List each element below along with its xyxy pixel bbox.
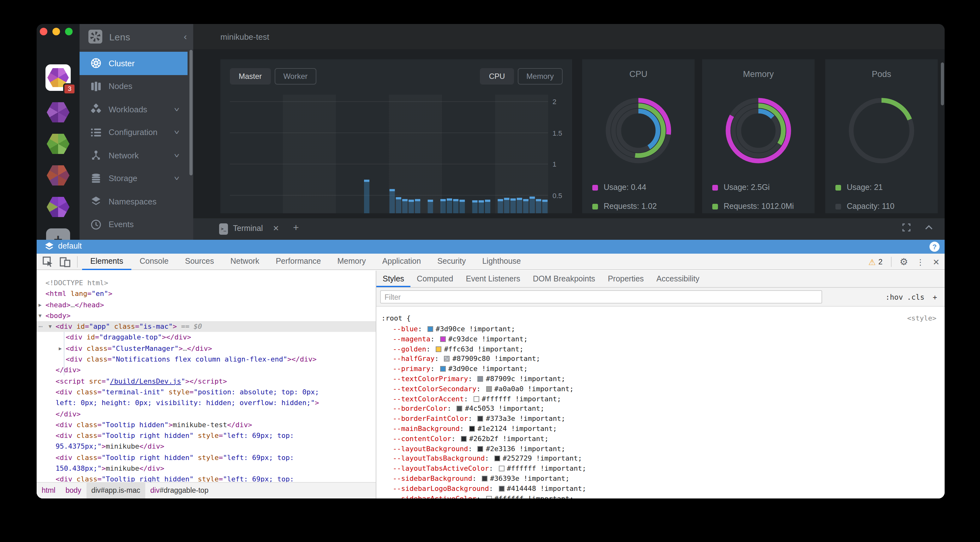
chevron-down-icon[interactable]: ˅	[174, 175, 180, 182]
css-property[interactable]: --golden: #ffc63d !important;	[376, 344, 945, 354]
devtools-tab-elements[interactable]: Elements	[82, 254, 131, 270]
warnings-badge[interactable]: ⚠2	[869, 257, 883, 266]
dom-tree-node[interactable]: 150.438px;">minikube</div>	[37, 463, 376, 474]
dom-tree-node[interactable]: left: 0px; height: 0px; visibility: hidd…	[37, 398, 376, 409]
dom-tree-node[interactable]: <div class="Notifications flex column al…	[37, 354, 376, 365]
styles-tab-event-listeners[interactable]: Event Listeners	[460, 271, 526, 287]
tab-minikube-test[interactable]: minikube-test	[220, 32, 269, 42]
styles-filter-input[interactable]	[380, 290, 822, 303]
css-property[interactable]: --blue: #3d90ce !important;	[376, 324, 945, 334]
styles-tab-properties[interactable]: Properties	[601, 271, 650, 287]
css-property[interactable]: --textColorPrimary: #87909c !important;	[376, 374, 945, 384]
css-property[interactable]: --halfGray: #87909c80 !important;	[376, 354, 945, 365]
dom-tree-node[interactable]: ▶<div class="ClusterManager">…</div>	[37, 343, 376, 354]
css-property[interactable]: --layoutTabsActiveColor: #ffffff !import…	[376, 464, 945, 474]
metric-toggle-memory[interactable]: Memory	[517, 68, 563, 84]
content-scrollbar[interactable]	[941, 62, 944, 105]
cluster-rail-item[interactable]	[47, 197, 70, 217]
color-swatch[interactable]	[440, 366, 446, 372]
css-property[interactable]: --magenta: #c93dce !important;	[376, 334, 945, 344]
collapse-dock-icon[interactable]	[924, 225, 933, 230]
namespace-label[interactable]: default	[58, 242, 82, 250]
dom-tree-node[interactable]: <div class="Tooltip right hidden" style=…	[37, 452, 376, 463]
terminal-tab[interactable]: Terminal	[233, 224, 263, 233]
new-style-rule-button[interactable]: +	[933, 293, 937, 302]
color-swatch[interactable]	[498, 486, 504, 491]
color-swatch[interactable]	[486, 386, 492, 392]
css-property[interactable]: --sidebarActiveColor: #ffffff !important…	[376, 494, 945, 498]
css-property[interactable]: --layoutTabsBackground: #252729 !importa…	[376, 454, 945, 464]
devtools-tab-memory[interactable]: Memory	[329, 254, 374, 270]
breadcrumb-item[interactable]: div#app.is-mac	[86, 483, 145, 498]
styles-tab-computed[interactable]: Computed	[410, 271, 460, 287]
more-actions-icon[interactable]: ⋯	[38, 321, 43, 332]
dom-tree-node[interactable]: <html lang="en">	[37, 288, 376, 300]
color-swatch[interactable]	[478, 446, 484, 452]
dom-tree-node[interactable]: <script src="/build/LensDev.js"></script…	[37, 376, 376, 387]
color-swatch[interactable]	[436, 346, 441, 352]
expand-arrow-icon[interactable]: ▼	[49, 321, 52, 332]
node-toggle-master[interactable]: Master	[230, 68, 270, 84]
css-property[interactable]: --sidebarLogoBackground: #414448 !import…	[376, 484, 945, 494]
rule-source-link[interactable]: <style>	[907, 313, 936, 324]
cluster-rail-item[interactable]: 3	[46, 64, 71, 91]
sidebar-item-nodes[interactable]: Nodes	[80, 75, 188, 98]
device-toolbar-icon[interactable]	[59, 256, 71, 268]
terminal-close-icon[interactable]: ✕	[273, 224, 279, 233]
sidebar-item-storage[interactable]: Storage˅	[80, 167, 188, 190]
zoom-window-button[interactable]	[65, 28, 73, 35]
dom-tree-node[interactable]: <div class="Tooltip hidden">minikube-tes…	[37, 420, 376, 431]
color-swatch[interactable]	[495, 456, 500, 461]
dom-tree-node[interactable]: ▼⋯<div id="app" class="is-mac"> == $0	[37, 321, 376, 332]
expand-dock-icon[interactable]	[902, 223, 910, 231]
chevron-down-icon[interactable]: ˅	[174, 152, 180, 159]
color-swatch[interactable]	[478, 416, 484, 422]
settings-gear-icon[interactable]: ⚙	[899, 256, 908, 268]
chevron-down-icon[interactable]: ˅	[174, 129, 180, 136]
dom-tree-node[interactable]: <div class="Tooltip right hidden" style=…	[37, 430, 376, 441]
breadcrumb-item[interactable]: html	[37, 483, 60, 498]
collapse-arrow-icon[interactable]: ▶	[38, 300, 42, 311]
color-swatch[interactable]	[440, 336, 446, 342]
devtools-tab-console[interactable]: Console	[131, 254, 177, 270]
cluster-rail-item[interactable]	[47, 102, 70, 122]
styles-tab-dom-breakpoints[interactable]: DOM Breakpoints	[527, 271, 601, 287]
styles-tab-styles[interactable]: Styles	[376, 271, 410, 287]
dom-tree-node[interactable]: </div>	[37, 409, 376, 420]
breadcrumb-item[interactable]: body	[60, 483, 86, 498]
dom-tree-node[interactable]: ▼<body>	[37, 311, 376, 322]
chevron-down-icon[interactable]: ˅	[174, 106, 180, 113]
color-swatch[interactable]	[498, 466, 504, 471]
breadcrumb-item[interactable]: div#draggable-top	[145, 483, 213, 498]
node-toggle-worker[interactable]: Worker	[274, 68, 317, 84]
color-swatch[interactable]	[474, 396, 479, 402]
css-property[interactable]: --borderFaintColor: #373a3e !important;	[376, 414, 945, 424]
sidebar-item-network[interactable]: Network˅	[80, 144, 188, 167]
devtools-close-icon[interactable]: ✕	[933, 257, 940, 266]
sidebar-item-configuration[interactable]: Configuration˅	[80, 121, 188, 144]
dom-tree-node[interactable]: </div>	[37, 365, 376, 376]
color-swatch[interactable]	[444, 356, 450, 362]
devtools-tab-sources[interactable]: Sources	[177, 254, 222, 270]
devtools-tab-security[interactable]: Security	[429, 254, 474, 270]
sidebar-item-cluster[interactable]: Cluster	[80, 52, 188, 75]
css-property[interactable]: --primary: #3d90ce !important;	[376, 364, 945, 374]
dom-tree-node[interactable]: 95.4375px;">minikube</div>	[37, 441, 376, 452]
color-swatch[interactable]	[457, 406, 463, 412]
dom-tree-node[interactable]: <!DOCTYPE html>	[37, 277, 376, 288]
color-swatch[interactable]	[486, 496, 492, 498]
css-property[interactable]: --borderColor: #4c5053 !important;	[376, 404, 945, 414]
css-property[interactable]: --textColorAccent: #ffffff !important;	[376, 394, 945, 404]
toggle-pseudo-button[interactable]: :hov	[886, 293, 903, 302]
dom-tree-node[interactable]: <div id="draggable-top"></div>	[37, 332, 376, 343]
terminal-add-icon[interactable]: +	[293, 222, 299, 233]
devtools-tab-application[interactable]: Application	[374, 254, 429, 270]
sidebar-item-workloads[interactable]: Workloads˅	[80, 98, 188, 121]
styles-tab-accessibility[interactable]: Accessibility	[650, 271, 706, 287]
devtools-tab-lighthouse[interactable]: Lighthouse	[474, 254, 529, 270]
expand-arrow-icon[interactable]: ▼	[38, 311, 42, 322]
dom-tree-node[interactable]: <div class="terminal-init" style="positi…	[37, 387, 376, 398]
sidebar-item-events[interactable]: Events	[80, 213, 188, 236]
help-icon[interactable]: ?	[929, 242, 940, 252]
cluster-rail-item[interactable]	[47, 165, 70, 185]
